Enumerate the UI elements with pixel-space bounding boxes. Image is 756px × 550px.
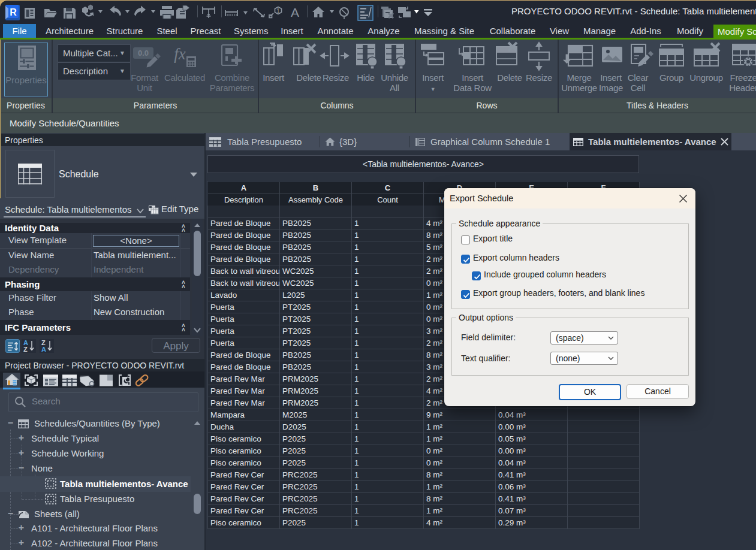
svg-text:A: A (291, 5, 299, 19)
svg-text:fx: fx (174, 45, 186, 63)
svg-text:0.0: 0.0 (138, 49, 149, 58)
svg-text:R: R (10, 7, 17, 17)
svg-text:1: 1 (276, 7, 280, 14)
